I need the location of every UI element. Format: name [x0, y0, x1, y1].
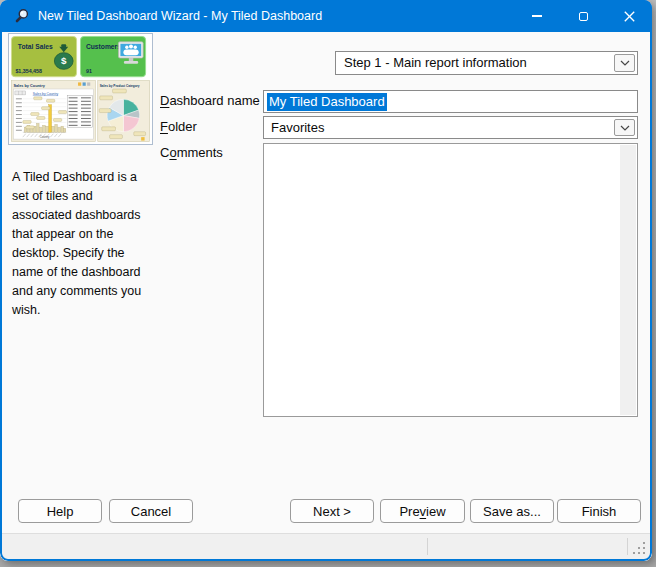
panel-icon [83, 82, 86, 85]
panel-icon [87, 82, 90, 85]
step-selector-value: Step 1 - Main report information [344, 55, 527, 70]
step-selector[interactable]: Step 1 - Main report information [335, 51, 638, 75]
preview-button[interactable]: Preview [380, 499, 465, 523]
title-bar[interactable]: New Tiled Dashboard Wizard - My Tiled Da… [0, 0, 652, 32]
resize-grip[interactable] [633, 542, 646, 555]
minimize-button[interactable] [514, 0, 560, 32]
customers-label: Customers [86, 43, 121, 50]
svg-text:$: $ [61, 55, 67, 66]
total-sales-value: $1,354,458 [15, 68, 42, 74]
minimize-icon [532, 15, 542, 16]
next-button[interactable]: Next > [290, 499, 374, 523]
close-button[interactable] [606, 0, 652, 32]
folder-select[interactable]: Favorites [263, 116, 638, 139]
sales-by-country-panel: Sales by Country Sales by Country [11, 81, 95, 142]
comments-textarea[interactable] [263, 143, 638, 417]
customers-tile: Customers 91 [81, 36, 146, 76]
total-sales-tile: Total Sales $ $1,354,458 [11, 36, 76, 76]
cancel-button[interactable]: Cancel [109, 499, 193, 523]
finish-button[interactable]: Finish [557, 499, 641, 523]
right-panel-title: Sales by Product Category [100, 84, 140, 88]
panel-icon [78, 82, 81, 85]
window-title: New Tiled Dashboard Wizard - My Tiled Da… [38, 9, 514, 23]
chevron-down-icon [620, 125, 630, 131]
chevron-down-icon [620, 60, 630, 66]
dashboard-name-input[interactable]: My Tiled Dashboard [263, 90, 638, 113]
window-controls [514, 0, 652, 32]
status-separator [427, 538, 428, 555]
wizard-dialog: New Tiled Dashboard Wizard - My Tiled Da… [0, 0, 652, 561]
maximize-button[interactable] [560, 0, 606, 32]
step-selector-dropdown-button[interactable] [614, 54, 635, 72]
magnifier-app-icon [13, 8, 29, 24]
status-separator [627, 538, 628, 555]
dashboard-preview-thumbnail: Total Sales $ $1,354,458 Customers [8, 33, 153, 145]
folder-dropdown-button[interactable] [614, 119, 635, 136]
folder-label: Folder [160, 119, 197, 134]
wizard-description: A Tiled Dashboard is a set of tiles and … [12, 168, 155, 320]
mini-legend [67, 95, 92, 127]
dashboard-name-label: Dashboard name [160, 93, 260, 108]
save-as-button[interactable]: Save as... [470, 499, 554, 523]
left-panel-title: Sales by Country [13, 84, 45, 88]
dashboard-name-value: My Tiled Dashboard [267, 93, 387, 111]
left-chart-title: Sales by Country [33, 92, 59, 96]
comments-label: Comments [160, 145, 223, 160]
customers-value: 91 [86, 68, 92, 74]
maximize-icon [579, 12, 588, 21]
folder-select-value: Favorites [271, 120, 324, 135]
close-icon [624, 11, 635, 22]
status-bar [0, 533, 652, 561]
total-sales-label: Total Sales [18, 43, 53, 50]
comments-scrollbar[interactable] [620, 145, 636, 415]
help-button[interactable]: Help [18, 499, 102, 523]
sales-by-product-panel: Sales by Product Category [98, 81, 150, 142]
left-axis-label: Country [40, 135, 50, 139]
